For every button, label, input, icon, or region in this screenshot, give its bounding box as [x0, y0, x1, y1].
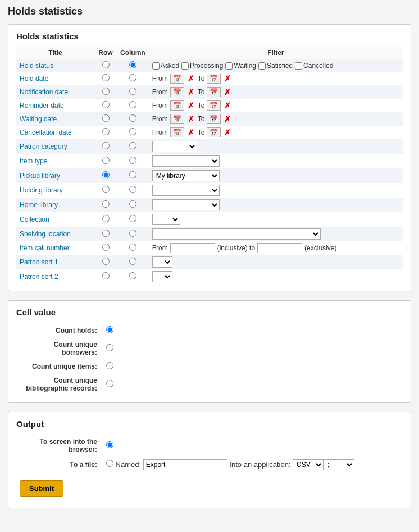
item-type-select[interactable]: [152, 155, 220, 167]
col-radio-0[interactable]: [129, 61, 136, 68]
from-clear-btn[interactable]: ✗: [186, 114, 195, 123]
col-radio-cell-12: [117, 227, 149, 241]
cell-value-section: Cell value Count holds:Count unique borr…: [8, 300, 411, 403]
col-header-row: Row: [94, 47, 117, 59]
to-clear-btn[interactable]: ✗: [223, 88, 232, 97]
call-number-to[interactable]: [257, 243, 302, 253]
pickup-library-select[interactable]: My library: [152, 170, 220, 181]
col-radio-6[interactable]: [129, 142, 136, 149]
col-radio-cell-2: [117, 85, 149, 99]
collection-select[interactable]: [152, 214, 180, 225]
shelving-location-select[interactable]: [152, 228, 321, 240]
cell-value-radio-0[interactable]: [106, 326, 113, 333]
row-radio-14[interactable]: [102, 258, 110, 265]
filter-checkbox-waiting[interactable]: [225, 62, 233, 70]
to-clear-btn[interactable]: ✗: [223, 101, 232, 110]
filter-checkbox-text-3: Satisfied: [267, 62, 293, 70]
patron-sort2-select[interactable]: [152, 271, 172, 282]
row-radio-cell-12: [94, 227, 117, 241]
to-cal-btn[interactable]: 📅: [207, 100, 221, 111]
to-clear-btn[interactable]: ✗: [223, 128, 232, 137]
output-radio-1[interactable]: [106, 460, 113, 467]
from-cal-btn[interactable]: 📅: [170, 127, 184, 137]
from-clear-btn[interactable]: ✗: [186, 74, 195, 83]
row-radio-11[interactable]: [102, 215, 110, 222]
output-radio-0[interactable]: [106, 441, 113, 448]
cell-value-radio-2[interactable]: [106, 362, 113, 369]
col-radio-8[interactable]: [129, 171, 136, 178]
row-radio-8[interactable]: [102, 171, 110, 178]
col-radio-15[interactable]: [129, 272, 136, 279]
row-radio-10[interactable]: [102, 200, 110, 208]
col-radio-7[interactable]: [129, 157, 136, 164]
separator-select[interactable]: ;,|: [324, 459, 354, 470]
row-radio-0[interactable]: [102, 61, 110, 68]
row-radio-6[interactable]: [102, 142, 110, 149]
filter-checkbox-cancelled[interactable]: [295, 62, 302, 70]
patron-sort1-select[interactable]: [152, 256, 172, 268]
filter-checkbox-asked[interactable]: [152, 62, 160, 70]
filter-checkbox-label-1[interactable]: Processing: [181, 62, 223, 70]
filter-checkbox-processing[interactable]: [181, 62, 189, 70]
from-cal-btn[interactable]: 📅: [170, 114, 184, 124]
filter-checkbox-satisfied[interactable]: [258, 62, 266, 70]
from-clear-btn[interactable]: ✗: [186, 101, 195, 110]
col-radio-cell-9: [117, 183, 149, 198]
from-cal-btn[interactable]: 📅: [170, 87, 184, 97]
row-radio-7[interactable]: [102, 157, 110, 164]
col-radio-cell-11: [117, 212, 149, 227]
row-radio-3[interactable]: [102, 101, 110, 108]
row-label-12: Shelving location: [16, 227, 94, 241]
cell-value-radio-1[interactable]: [106, 344, 113, 351]
col-radio-2[interactable]: [129, 88, 136, 95]
col-radio-13[interactable]: [129, 244, 136, 251]
to-clear-btn[interactable]: ✗: [223, 74, 232, 83]
to-cal-btn[interactable]: 📅: [207, 127, 221, 137]
row-radio-12[interactable]: [102, 230, 110, 237]
row-radio-1[interactable]: [102, 74, 110, 81]
col-radio-1[interactable]: [129, 74, 136, 81]
filter-checkbox-label-3[interactable]: Satisfied: [258, 62, 293, 70]
row-radio-9[interactable]: [102, 186, 110, 193]
row-label-5: Cancellation date: [16, 126, 94, 139]
row-radio-4[interactable]: [102, 114, 110, 122]
from-clear-btn[interactable]: ✗: [186, 88, 195, 97]
col-radio-3[interactable]: [129, 101, 136, 108]
col-radio-12[interactable]: [129, 230, 136, 237]
from-cal-btn[interactable]: 📅: [170, 74, 184, 84]
from-label: From: [152, 102, 168, 109]
to-cal-btn[interactable]: 📅: [207, 114, 221, 124]
row-radio-cell-14: [94, 255, 117, 269]
row-label-7: Item type: [16, 154, 94, 168]
to-cal-btn[interactable]: 📅: [207, 74, 221, 84]
cell-value-radio-3[interactable]: [106, 380, 113, 387]
home-library-select[interactable]: [152, 199, 220, 210]
cell-value-radio-cell-1: [103, 338, 402, 359]
submit-button[interactable]: Submit: [20, 480, 63, 497]
col-radio-11[interactable]: [129, 215, 136, 222]
row-radio-15[interactable]: [102, 272, 110, 279]
col-radio-5[interactable]: [129, 128, 136, 135]
output-content-0: [103, 435, 402, 456]
filter-checkbox-label-4[interactable]: Cancelled: [295, 62, 333, 70]
row-radio-13[interactable]: [102, 244, 110, 251]
from-cal-btn[interactable]: 📅: [170, 100, 184, 111]
filter-cell-8: My library: [149, 168, 403, 183]
col-radio-4[interactable]: [129, 114, 136, 122]
col-radio-9[interactable]: [129, 186, 136, 193]
filter-checkbox-label-2[interactable]: Waiting: [225, 62, 256, 70]
call-number-from[interactable]: [170, 243, 215, 253]
calendar-icon-to: 📅: [210, 115, 218, 123]
patron-cat-select[interactable]: [152, 141, 197, 152]
named-input[interactable]: [143, 459, 227, 470]
col-radio-10[interactable]: [129, 200, 136, 208]
to-cal-btn[interactable]: 📅: [207, 87, 221, 97]
row-radio-5[interactable]: [102, 128, 110, 135]
csv-select[interactable]: CSVTSV: [293, 459, 324, 470]
filter-checkbox-label-0[interactable]: Asked: [152, 62, 179, 70]
row-radio-2[interactable]: [102, 88, 110, 95]
holding-library-select[interactable]: [152, 185, 220, 196]
to-clear-btn[interactable]: ✗: [223, 114, 232, 123]
col-radio-14[interactable]: [129, 258, 136, 265]
from-clear-btn[interactable]: ✗: [186, 128, 195, 137]
